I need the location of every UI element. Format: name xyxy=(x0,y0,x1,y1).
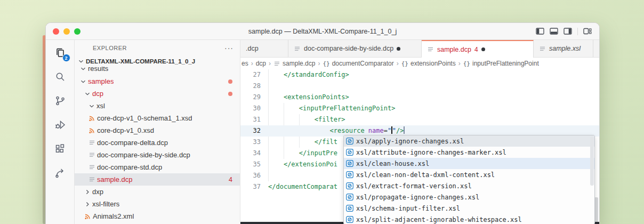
suggest-item-label: xsl/propagate-ignore-changes.xsl xyxy=(356,194,479,201)
tab-sample-xsl[interactable]: sample.xsl xyxy=(534,40,593,57)
tree-item-label: doc-compare-delta.dcp xyxy=(97,139,168,147)
tree-item-doc-compare-side-by-side-dcp[interactable]: doc-compare-side-by-side.dcp xyxy=(75,149,240,161)
suggest-item-xsl-apply-ignore-changes-xsl[interactable]: xsl/apply-ignore-changes.xsl xyxy=(344,135,594,147)
project-root-item[interactable]: DELTAXML-XML-COMPARE-11_1_0_J xyxy=(75,56,240,67)
code-line-27[interactable]: 27 </standardConfig> xyxy=(240,69,599,81)
tree-item-animals2-xml[interactable]: Animals2.xml xyxy=(75,210,240,222)
vscode-window: sample.dcp — DeltaXML-XML-Compare-11_1_0… xyxy=(45,22,600,224)
code-line-text xyxy=(261,170,268,181)
tab--dcp[interactable]: .dcp xyxy=(240,40,288,57)
tab-doc-compare-side-by-side-dcp[interactable]: doc-compare-side-by-side.dcp xyxy=(288,40,422,57)
tab-bar: .dcpdoc-compare-side-by-side.dcpsample.d… xyxy=(240,40,599,58)
tree-item-label: doc-compare-std.dcp xyxy=(97,163,162,171)
tab-sample-dcp[interactable]: sample.dcp4 xyxy=(422,40,534,58)
breadcrumb-separator-icon: › xyxy=(397,60,399,67)
tree-item-doc-compare-std-dcp[interactable]: doc-compare-std.dcp xyxy=(75,161,240,173)
tree-item-label: Animals2.xml xyxy=(93,212,134,220)
problems-count-badge: 4 xyxy=(229,176,232,183)
breadcrumb-item-inputpreflatteningpoint[interactable]: {}inputPreFlatteningPoint xyxy=(463,60,539,67)
suggest-widget: xsl/apply-ignore-changes.xslxsl/attribut… xyxy=(343,135,595,224)
activity-item-explorer[interactable]: 2 xyxy=(52,45,68,60)
suggest-item-label: xsl/extract-format-version.xsl xyxy=(356,182,472,190)
editor-actions: ··· xyxy=(593,40,600,57)
tree-item-samples[interactable]: samples xyxy=(75,75,240,87)
tree-item-doc-compare-delta-dcp[interactable]: doc-compare-delta.dcp xyxy=(75,137,240,149)
tree-item-xsl-filters[interactable]: xsl-filters xyxy=(75,198,240,210)
zoom-button[interactable] xyxy=(74,28,80,35)
close-button[interactable] xyxy=(53,28,59,35)
breadcrumb-separator-icon: › xyxy=(318,60,320,67)
breadcrumb-item-documentcomparator[interactable]: {}documentComparator xyxy=(323,60,393,67)
breadcrumb-item-extensionpoints[interactable]: {}extensionPoints xyxy=(401,60,456,67)
txt-file-icon xyxy=(539,45,546,52)
tab-label: sample.xsl xyxy=(549,45,581,52)
activity-item-run-debug[interactable] xyxy=(52,117,68,132)
title-bar[interactable]: sample.dcp — DeltaXML-XML-Compare-11_1_0… xyxy=(46,23,599,40)
breadcrumb-label: dcp xyxy=(256,60,266,67)
suggest-item-xsl-extract-format-version-xsl[interactable]: xsl/extract-format-version.xsl xyxy=(344,180,594,191)
code-line-text: </extensionPoi xyxy=(261,159,337,170)
value-suggestion-icon xyxy=(346,160,353,167)
xml-file-icon xyxy=(83,213,92,220)
activity-item-search[interactable] xyxy=(52,69,68,84)
breadcrumb-item-dcp[interactable]: dcp xyxy=(256,60,266,67)
suggest-item-xsl-attribute-ignore-changes-marker-xsl[interactable]: xsl/attribute-ignore-changes-marker.xsl xyxy=(344,147,594,158)
tree-item-results[interactable]: results xyxy=(75,67,240,75)
tree-item-core-dcp-v1-0-schema1-1-xsd[interactable]: core-dcp-v1_0-schema1_1.xsd xyxy=(75,112,240,124)
tab-problems-badge: 4 xyxy=(474,46,478,53)
tree-item-label: core-dcp-v1_0-schema1_1.xsd xyxy=(97,114,192,122)
tree-item-dxp[interactable]: dxp xyxy=(75,186,240,198)
suggest-item-label: xsl/clean-non-delta-dxml-content.xsl xyxy=(356,171,495,179)
tree-item-core-dcp-v1-0-xsd[interactable]: core-dcp-v1_0.xsd xyxy=(75,124,240,137)
tree-item-label: dcp xyxy=(92,90,103,98)
explorer-more-button[interactable]: ··· xyxy=(224,44,234,52)
minimize-button[interactable] xyxy=(63,28,70,35)
tab-label: sample.dcp xyxy=(437,46,471,53)
code-line-30[interactable]: 30 <inputPreFlatteningPoint> xyxy=(240,103,599,114)
suggest-item-xsl-clean-house-xsl[interactable]: xsl/clean-house.xsl xyxy=(344,158,594,169)
activity-item-share[interactable] xyxy=(52,165,68,180)
txt-file-icon xyxy=(427,46,434,53)
explorer-panel: EXPLORER ··· DELTAXML-XML-COMPARE-11_1_0… xyxy=(75,40,240,224)
suggest-item-label: xsl/apply-ignore-changes.xsl xyxy=(356,138,464,145)
breadcrumb-item-es[interactable]: es xyxy=(241,60,248,67)
suggest-item-xsl-propagate-ignore-changes-xsl[interactable]: xsl/propagate-ignore-changes.xsl xyxy=(344,191,594,203)
layout-panel-button[interactable] xyxy=(550,28,558,35)
value-suggestion-icon xyxy=(346,182,353,189)
code-line-28[interactable]: 28 xyxy=(240,81,599,92)
layout-sidebar-left-button[interactable] xyxy=(536,28,544,35)
symbol-object-icon: {} xyxy=(401,60,408,67)
tree-item-sample-dcp[interactable]: sample.dcp4 xyxy=(75,173,240,186)
titlebar-separator xyxy=(577,28,578,35)
layout-sidebar-right-button[interactable] xyxy=(564,28,572,35)
chevron-right-icon xyxy=(83,189,91,195)
line-number: 32 xyxy=(240,125,261,137)
activity-item-extensions[interactable] xyxy=(52,141,68,156)
code-line-text: </filt xyxy=(261,137,337,148)
code-line-29[interactable]: 29 <extensionPoints> xyxy=(240,92,599,103)
value-suggestion-icon xyxy=(346,149,353,156)
breadcrumb-item-sample-dcp[interactable]: sample.dcp xyxy=(273,60,315,67)
activity-item-source-control[interactable] xyxy=(52,93,68,108)
txt-file-icon xyxy=(87,176,96,183)
tree-item-dcp[interactable]: dcp xyxy=(75,87,240,100)
suggest-item-xsl-clean-non-delta-dxml-content-xsl[interactable]: xsl/clean-non-delta-dxml-content.xsl xyxy=(344,169,594,180)
tree-item-label: core-dcp-v1_0.xsd xyxy=(97,126,154,134)
activity-bar: 2 xyxy=(46,40,75,224)
tree-item-xsl[interactable]: xsl xyxy=(75,100,240,112)
suggest-item-xsl-schema-input-filter-xsl[interactable]: xsl/schema-input-filter.xsl xyxy=(344,203,594,214)
code-line-text: </standardConfig> xyxy=(261,69,349,81)
customize-layout-button[interactable] xyxy=(583,28,592,35)
code-line-31[interactable]: 31 <filter> xyxy=(240,114,599,125)
chevron-down-icon xyxy=(83,91,91,97)
suggest-scrollbar[interactable] xyxy=(590,137,594,186)
breadcrumb-separator-icon: › xyxy=(458,60,461,67)
line-number: 31 xyxy=(240,114,261,125)
line-number: 36 xyxy=(240,170,261,181)
code-line-text: </inputPre xyxy=(261,148,337,159)
suggest-list: xsl/apply-ignore-changes.xslxsl/attribut… xyxy=(344,135,594,224)
breadcrumb-label: sample.dcp xyxy=(283,60,315,67)
value-suggestion-icon xyxy=(346,194,353,201)
suggest-item-xsl-split-adjacent-ignorable-whitespace-xsl[interactable]: xsl/split-adjacent-ignorable-whitespace.… xyxy=(344,214,594,224)
line-number: 28 xyxy=(240,81,261,92)
